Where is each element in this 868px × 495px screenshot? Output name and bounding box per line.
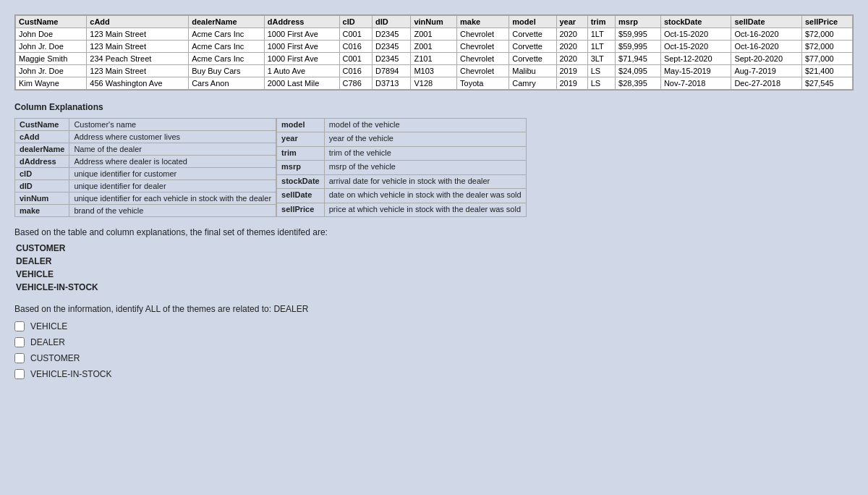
checkbox-vehicle[interactable]	[14, 321, 25, 331]
table-cell-r3-c3: 1 Auto Ave	[264, 65, 339, 77]
table-cell-r4-c9: 2019	[556, 77, 587, 90]
table-cell-r0-c11: $59,995	[616, 28, 661, 41]
table-cell-r0-c4: C001	[339, 28, 372, 41]
checkbox-customer[interactable]	[14, 353, 25, 363]
table-cell-r0-c6: Z001	[411, 28, 457, 41]
exp-right-row: yearyear of the vehicle	[277, 132, 527, 146]
table-cell-r3-c4: C016	[339, 65, 372, 77]
option-label-vehicle_in_stock: VEHICLE-IN-STOCK	[30, 369, 111, 379]
exp-col-desc: arrival date for vehicle in stock with t…	[324, 174, 526, 188]
theme-items-container: CUSTOMERDEALERVEHICLEVEHICLE-IN-STOCK	[14, 243, 854, 292]
exp-left-row: makebrand of the vehicle	[15, 205, 276, 217]
table-header-year: year	[556, 16, 587, 28]
explanations-left-table: CustNameCustomer's namecAddAddress where…	[14, 118, 276, 217]
table-cell-r1-c2: Acme Cars Inc	[189, 41, 265, 53]
table-cell-r4-c0: Kim Wayne	[16, 77, 87, 90]
table-cell-r0-c5: D2345	[373, 28, 411, 41]
question-option-customer[interactable]: CUSTOMER	[14, 353, 854, 363]
exp-left-row: cIDunique identifier for customer	[15, 168, 276, 180]
table-cell-r0-c7: Chevrolet	[457, 28, 509, 41]
table-cell-r1-c5: D2345	[373, 41, 411, 53]
exp-col-desc: Name of the dealer	[69, 143, 276, 156]
table-header-did: dID	[373, 16, 411, 28]
table-cell-r3-c11: $24,095	[616, 65, 661, 77]
table-header-cid: cID	[339, 16, 372, 28]
exp-col-name: make	[15, 205, 69, 217]
table-cell-r3-c1: 123 Main Street	[87, 65, 189, 77]
table-cell-r4-c11: $28,395	[616, 77, 661, 90]
question-options: VEHICLEDEALERCUSTOMERVEHICLE-IN-STOCK	[14, 321, 854, 379]
table-cell-r4-c1: 456 Washington Ave	[87, 77, 189, 90]
exp-col-name: sellPrice	[277, 203, 325, 216]
table-cell-r1-c1: 123 Main Street	[87, 41, 189, 53]
question-section: Based on the information, identify ALL o…	[14, 304, 854, 379]
exp-left-row: CustNameCustomer's name	[15, 119, 276, 131]
table-cell-r3-c13: Aug-7-2019	[731, 65, 802, 77]
table-header-row: CustNamecAdddealerNamedAddresscIDdIDvinN…	[16, 16, 853, 28]
explanations-right-table: modelmodel of the vehicleyearyear of the…	[276, 118, 527, 217]
exp-right-row: msrpmsrp of the vehicle	[277, 161, 527, 174]
table-cell-r2-c3: 1000 First Ave	[264, 53, 339, 65]
option-label-dealer: DEALER	[30, 337, 65, 347]
table-row: Maggie Smith234 Peach StreetAcme Cars In…	[16, 53, 853, 65]
exp-col-desc: unique identifier for customer	[69, 168, 276, 180]
exp-left-row: vinNumunique identifier for each vehicle…	[15, 192, 276, 205]
table-cell-r3-c14: $21,400	[801, 65, 852, 77]
table-cell-r1-c11: $59,995	[616, 41, 661, 53]
exp-col-name: vinNum	[15, 192, 69, 205]
exp-col-desc: trim of the vehicle	[324, 146, 526, 160]
exp-col-desc: unique identifier for dealer	[69, 180, 276, 192]
theme-item-dealer: DEALER	[16, 256, 854, 266]
table-cell-r1-c3: 1000 First Ave	[264, 41, 339, 53]
exp-col-desc: Customer's name	[69, 119, 276, 131]
checkbox-dealer[interactable]	[14, 337, 25, 347]
column-explanations-title: Column Explanations	[14, 102, 854, 112]
table-cell-r2-c4: C001	[339, 53, 372, 65]
question-option-vehicle_in_stock[interactable]: VEHICLE-IN-STOCK	[14, 369, 854, 379]
exp-col-name: CustName	[15, 119, 69, 131]
table-cell-r1-c10: 1LT	[587, 41, 615, 53]
exp-col-name: model	[277, 119, 325, 132]
table-cell-r0-c0: John Doe	[16, 28, 87, 41]
table-cell-r2-c14: $77,000	[801, 53, 852, 65]
table-cell-r1-c8: Corvette	[509, 41, 556, 53]
table-cell-r4-c10: LS	[587, 77, 615, 90]
table-cell-r2-c6: Z101	[411, 53, 457, 65]
table-cell-r2-c13: Sept-20-2020	[731, 53, 802, 65]
exp-col-desc: Address where dealer is located	[69, 156, 276, 168]
table-cell-r1-c4: C016	[339, 41, 372, 53]
table-cell-r2-c2: Acme Cars Inc	[189, 53, 265, 65]
question-option-dealer[interactable]: DEALER	[14, 337, 854, 347]
table-cell-r0-c8: Corvette	[509, 28, 556, 41]
table-cell-r2-c11: $71,945	[616, 53, 661, 65]
table-cell-r2-c0: Maggie Smith	[16, 53, 87, 65]
table-cell-r4-c3: 2000 Last Mile	[264, 77, 339, 90]
table-cell-r4-c4: C786	[339, 77, 372, 90]
table-row: John Doe123 Main StreetAcme Cars Inc1000…	[16, 28, 853, 41]
main-container: CustNamecAdddealerNamedAddresscIDdIDvinN…	[14, 14, 854, 379]
table-cell-r1-c14: $72,000	[801, 41, 852, 53]
table-cell-r0-c2: Acme Cars Inc	[189, 28, 265, 41]
exp-col-desc: unique identifier for each vehicle in st…	[69, 192, 276, 205]
exp-col-name: stockDate	[277, 174, 325, 188]
question-option-vehicle[interactable]: VEHICLE	[14, 321, 854, 331]
exp-col-desc: msrp of the vehicle	[324, 161, 526, 174]
data-table: CustNamecAdddealerNamedAddresscIDdIDvinN…	[15, 15, 853, 90]
table-cell-r2-c8: Corvette	[509, 53, 556, 65]
exp-right-row: sellDatedate on which vehicle in stock w…	[277, 189, 527, 203]
table-header-cadd: cAdd	[87, 16, 189, 28]
exp-col-name: cID	[15, 168, 69, 180]
exp-right-row: modelmodel of the vehicle	[277, 119, 527, 132]
table-cell-r1-c0: John Jr. Doe	[16, 41, 87, 53]
themes-intro: Based on the table and column explanatio…	[14, 227, 854, 237]
table-cell-r4-c6: V128	[411, 77, 457, 90]
table-cell-r3-c10: LS	[587, 65, 615, 77]
table-cell-r0-c13: Oct-16-2020	[731, 28, 802, 41]
exp-col-desc: price at which vehicle in stock with the…	[324, 203, 526, 216]
exp-right-row: trimtrim of the vehicle	[277, 146, 527, 160]
theme-item-vehicle_in_stock: VEHICLE-IN-STOCK	[16, 282, 854, 292]
checkbox-vehicle_in_stock[interactable]	[14, 369, 25, 379]
exp-col-name: dID	[15, 180, 69, 192]
themes-section: Based on the table and column explanatio…	[14, 227, 854, 292]
table-body: John Doe123 Main StreetAcme Cars Inc1000…	[16, 28, 853, 90]
